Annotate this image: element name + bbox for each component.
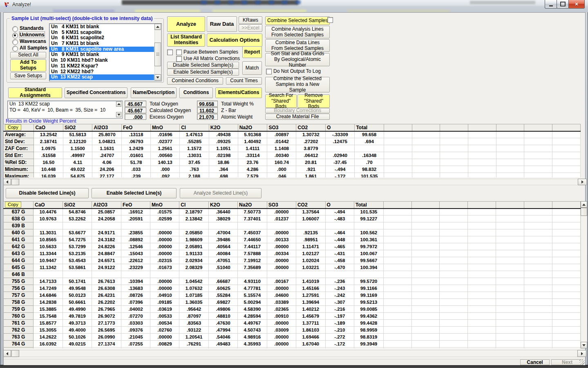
data-row-header[interactable]: 758 G bbox=[4, 299, 34, 306]
data-row[interactable]: 646 B bbox=[4, 271, 581, 278]
radio-unknowns-label[interactable]: Unknowns bbox=[20, 32, 45, 38]
list-item[interactable]: Un 6 KM31 scapolite2 bbox=[49, 35, 154, 41]
select-all-button[interactable]: Select All bbox=[10, 52, 46, 58]
data-vscroll-up-button[interactable] bbox=[581, 201, 587, 208]
do-not-output-checkbox[interactable] bbox=[266, 69, 272, 74]
combined-conditions-button[interactable]: Combined Conditions bbox=[167, 77, 223, 85]
list-item[interactable]: Un 8 KM31 scapolite new area bbox=[49, 47, 154, 52]
tab-name-description[interactable]: Name/Description bbox=[131, 88, 177, 98]
combine-samples-checkbox[interactable] bbox=[327, 17, 333, 23]
list-item[interactable]: Un 4 KM31 bt blank bbox=[49, 24, 154, 30]
stats-hscroll-left-button[interactable] bbox=[3, 179, 11, 185]
tab-elements-cations[interactable]: Elements/Cations bbox=[215, 88, 262, 98]
raw-data-button[interactable]: Raw Data bbox=[207, 16, 237, 32]
data-row-header[interactable]: 759 G bbox=[4, 306, 34, 313]
sample-info-box[interactable]: Un 13 KM22 scap TO = 40, KeV = 10, Beam … bbox=[7, 101, 123, 119]
data-row[interactable]: 641 G10.856554.727524.3182.08892.000001.… bbox=[4, 236, 581, 243]
create-material-file-button[interactable]: Create Material File bbox=[265, 114, 330, 120]
data-vscroll-down-button[interactable] bbox=[581, 342, 587, 348]
data-row[interactable]: 762 G15.305549.400026.5695.09376.02760.9… bbox=[4, 327, 581, 334]
aux-checkbox[interactable] bbox=[167, 49, 173, 55]
data-row[interactable]: 755 G14.713350.174126.7613.10394.000001.… bbox=[4, 278, 581, 285]
minimize-button[interactable] bbox=[545, 0, 557, 9]
pause-between-samples-label[interactable]: Pause Between Samples bbox=[183, 49, 238, 55]
data-row-header[interactable]: 637 G bbox=[4, 209, 34, 215]
data-hscroll-right-button[interactable] bbox=[577, 350, 586, 357]
data-row-header[interactable]: 643 G bbox=[4, 250, 34, 257]
list-item[interactable]: Un 9 KM31 bt blank bbox=[49, 52, 154, 58]
resize-grip[interactable] bbox=[579, 359, 585, 365]
analyze-button[interactable]: Analyze bbox=[167, 16, 205, 32]
data-row[interactable]: 639 B bbox=[4, 222, 581, 229]
data-row-header[interactable]: 762 G bbox=[4, 327, 34, 334]
data-row-header[interactable]: 641 G bbox=[4, 236, 34, 243]
data-hscroll-track[interactable] bbox=[3, 350, 581, 357]
list-item[interactable]: Un 11 KM22 Kspar? bbox=[49, 63, 154, 69]
next-button[interactable]: Next bbox=[551, 359, 583, 365]
list-scroll-up-button[interactable] bbox=[154, 24, 161, 30]
data-row[interactable]: 756 G14.724949.954826.6308.13683.000001.… bbox=[4, 285, 581, 292]
data-row-header[interactable]: 761 G bbox=[4, 320, 34, 327]
count-times-button[interactable]: Count Times bbox=[226, 77, 262, 85]
data-row[interactable]: 760 G15.754849.781926.9072.07270.00533.8… bbox=[4, 313, 581, 320]
list-item[interactable]: Un 10 KM31 hbd? blank bbox=[49, 58, 154, 63]
tab-conditions[interactable]: Conditions bbox=[179, 88, 213, 98]
data-hscroll-left-button[interactable] bbox=[3, 350, 11, 357]
data-row-header[interactable]: 642 G bbox=[4, 243, 34, 250]
search-shared-bgds-button[interactable]: Search For "Shared" Bgds bbox=[265, 94, 297, 108]
do-not-output-label[interactable]: Do Not Output To Log bbox=[273, 68, 321, 74]
report-button[interactable]: Report bbox=[242, 46, 262, 58]
use-all-matrix-label[interactable]: Use All Matrix Corrections bbox=[183, 56, 240, 61]
tab-standard-assignments[interactable]: Standard Assignments bbox=[8, 88, 62, 98]
data-row-header[interactable]: 644 G bbox=[4, 257, 34, 264]
data-row[interactable]: 644 G10.944753.454324.6571.22612.023152.… bbox=[4, 257, 581, 264]
combine-selected-samples-button[interactable]: Combine Selected Samples bbox=[265, 16, 330, 25]
sample-listbox[interactable]: Un 4 KM31 bt blankUn 5 KM31 scapoliteUn … bbox=[49, 23, 162, 81]
combine-analysis-lines-button[interactable]: Combine Analysis Lines From Selected Sam… bbox=[265, 26, 330, 38]
list-scroll-thumb[interactable] bbox=[154, 43, 161, 66]
list-item[interactable]: Un 13 KM22 scap bbox=[49, 74, 154, 80]
kraws-button[interactable]: KRaws bbox=[239, 16, 262, 24]
copy-button[interactable]: Copy bbox=[5, 202, 21, 208]
data-row[interactable]: 761 G15.857749.371327.1773.03303.00534.8… bbox=[4, 320, 581, 327]
list-item[interactable]: Un 5 KM31 scapolite bbox=[49, 30, 154, 36]
sort-grids-button[interactable]: Sort Stat and Data Grids By Geological/A… bbox=[265, 53, 330, 66]
data-vscroll-thumb[interactable] bbox=[581, 208, 587, 216]
data-row-header[interactable]: 638 G bbox=[4, 215, 34, 222]
combine-data-lines-button[interactable]: Combine Data Lines From Selected Samples bbox=[265, 39, 330, 52]
calculation-options-button[interactable]: Calculation Options bbox=[207, 34, 262, 47]
stats-hscroll-track[interactable] bbox=[3, 179, 581, 185]
list-item[interactable]: Un 7 KM31 bt blank bbox=[49, 41, 154, 47]
data-row[interactable]: 640 G11.303153.667724.9171.23855.000002.… bbox=[4, 229, 581, 236]
data-row[interactable]: 759 G15.388549.499026.7965.04002.03619.9… bbox=[4, 306, 581, 313]
list-standard-intensities-button[interactable]: List Standard Intensities bbox=[167, 34, 205, 47]
enable-lines-button[interactable]: Enable Selected Line(s) bbox=[92, 188, 177, 198]
data-vscroll-track[interactable] bbox=[581, 201, 587, 348]
combine-new-sample-button[interactable]: Combine the Selected Samples into a New … bbox=[265, 77, 330, 92]
enable-samples-button[interactable]: Enable Selected Sample(s) bbox=[167, 69, 239, 76]
data-row[interactable]: 638 G10.976353.226224.2058.20591.025992.… bbox=[4, 215, 581, 222]
add-to-setups-button[interactable]: Add To Setups bbox=[10, 59, 46, 72]
data-row-header[interactable]: 639 B bbox=[4, 222, 34, 229]
data-row[interactable]: 763 G14.262250.102626.0990.21045.000001.… bbox=[4, 334, 581, 341]
data-hscroll-thumb[interactable] bbox=[11, 350, 19, 357]
stats-hscroll-right-button[interactable] bbox=[578, 179, 587, 185]
data-row[interactable]: 643 G11.334453.213524.8847.15043.000001.… bbox=[4, 250, 581, 257]
data-row[interactable]: 645 G11.134253.586124.9122.23229.016732.… bbox=[4, 264, 581, 271]
remove-shared-bgds-button[interactable]: Remove "Shared" Bgds bbox=[297, 94, 330, 108]
save-setups-button[interactable]: Save Setups bbox=[10, 72, 46, 79]
radio-standards-label[interactable]: Standards bbox=[20, 25, 44, 31]
use-all-matrix-checkbox[interactable] bbox=[176, 56, 182, 62]
data-row[interactable]: 637 G10.447654.874625.0857.16912.015752.… bbox=[4, 209, 581, 215]
data-row-header[interactable] bbox=[4, 348, 34, 349]
data-row[interactable]: 764 G16.039249.021527.1374.07255.00829.7… bbox=[4, 341, 581, 348]
copy-button[interactable]: Copy bbox=[5, 124, 21, 130]
info-scroll-down-button[interactable] bbox=[116, 112, 121, 117]
radio-standards[interactable] bbox=[12, 26, 18, 32]
data-row-header[interactable]: 640 G bbox=[4, 229, 34, 236]
radio-wavescans[interactable] bbox=[12, 39, 18, 45]
radio-wavescans-label[interactable]: Wavescans bbox=[20, 38, 46, 44]
pause-between-samples-checkbox[interactable] bbox=[176, 49, 182, 55]
data-row[interactable]: 758 G14.283850.666126.2202.07396.091851.… bbox=[4, 299, 581, 306]
boundary-corrections-button[interactable]: Boundary Corrections bbox=[265, 108, 330, 113]
